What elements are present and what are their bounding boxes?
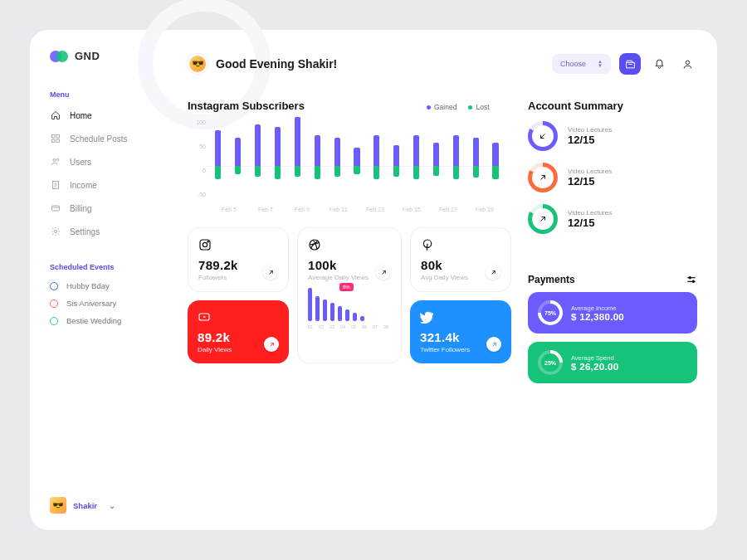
nav-label: Settings <box>70 227 100 236</box>
users-icon <box>50 156 61 168</box>
summary-value: 12/15 <box>568 134 612 146</box>
svg-point-10 <box>689 277 691 279</box>
chart-legend: Gained Lost <box>427 103 490 111</box>
stat-card-twitter[interactable]: 321.4k Twitter Followers <box>410 300 511 363</box>
sidebar-item-home[interactable]: Home <box>50 107 171 124</box>
summary-label: Video Lectures <box>568 168 612 175</box>
expand-icon[interactable] <box>376 265 391 280</box>
stat-card-instagram[interactable]: 789.2k Followers <box>188 227 289 292</box>
avatar-icon[interactable]: 😎 <box>188 54 208 74</box>
gear-icon <box>50 226 61 237</box>
payment-value: $ 26,20.00 <box>571 362 618 372</box>
payment-card-spend[interactable]: 25% Average Spend$ 26,20.00 <box>528 342 697 383</box>
sidebar-item-schedule[interactable]: Schedule Posts <box>50 130 171 147</box>
dribbble-icon <box>308 238 321 251</box>
stat-card-pinterest[interactable]: 80k Avg Daily Views <box>410 227 511 292</box>
account-button[interactable] <box>677 54 697 74</box>
svg-rect-3 <box>56 139 60 143</box>
event-item[interactable]: Bestie Wedding <box>50 316 171 325</box>
expand-icon[interactable] <box>263 265 278 280</box>
nav-label: Home <box>70 111 92 120</box>
select-chevron-icon: ▲▼ <box>598 60 603 68</box>
chart-bars <box>211 119 503 197</box>
compose-button[interactable] <box>619 53 641 75</box>
summary-row[interactable]: Video Lectures12/15 <box>528 163 694 192</box>
chevron-down-icon: ⌄ <box>109 501 115 510</box>
select-label: Choose <box>560 60 586 68</box>
sidebar-item-income[interactable]: Income <box>50 177 171 193</box>
instagram-icon <box>198 238 212 251</box>
profile-name: Shakir <box>73 501 97 510</box>
stats-grid: 789.2k Followers 100k Average Daily View… <box>188 227 511 363</box>
progress-ring-icon <box>528 163 558 192</box>
account-summary: Video Lectures12/15 Video Lectures12/15 … <box>528 121 694 234</box>
svg-point-4 <box>53 159 56 162</box>
chart-title: Instagram Subscribers <box>188 100 305 112</box>
svg-point-14 <box>208 241 208 242</box>
pinterest-icon <box>421 238 434 251</box>
expand-icon[interactable] <box>486 337 501 352</box>
summary-value: 12/15 <box>568 175 612 187</box>
event-label: Sis Aniversary <box>66 299 116 308</box>
event-label: Bestie Wedding <box>66 316 121 325</box>
svg-point-11 <box>692 280 694 282</box>
notifications-button[interactable] <box>649 54 669 74</box>
svg-rect-7 <box>52 206 60 211</box>
svg-rect-2 <box>52 139 56 143</box>
progress-ring-icon <box>528 204 558 234</box>
stat-card-youtube[interactable]: 89.2k Daily Views <box>188 300 289 363</box>
brand-logo[interactable]: GND <box>50 50 171 62</box>
filter-select[interactable]: Choose ▲▼ <box>552 54 611 74</box>
trend-badge: 8% <box>339 283 354 291</box>
brand-name: GND <box>75 50 100 62</box>
chart-x-axis: Feb 5Feb 7Feb 9Feb 11Feb 13Feb 15Feb 17F… <box>211 207 503 212</box>
nav-label: Billing <box>70 204 92 213</box>
sidebar-item-billing[interactable]: Billing <box>50 200 171 217</box>
nav-label: Schedule Posts <box>70 134 128 144</box>
filter-sliders-button[interactable] <box>686 274 697 289</box>
expand-icon[interactable] <box>264 337 279 352</box>
svg-rect-1 <box>56 135 60 139</box>
card-icon <box>50 202 61 214</box>
pct-ring-icon: 75% <box>538 300 563 325</box>
logo-mark-icon <box>50 51 68 62</box>
svg-point-13 <box>203 242 207 246</box>
svg-point-5 <box>56 158 59 161</box>
event-item[interactable]: Hubby Bday <box>50 281 171 290</box>
summary-row[interactable]: Video Lectures12/15 <box>528 121 694 151</box>
grid-icon <box>50 133 61 144</box>
header: 😎 Good Evening Shakir! Choose ▲▼ <box>188 50 697 78</box>
payments-cards: 75% Average Income$ 12,380.00 25% Averag… <box>528 292 697 383</box>
sidebar-item-users[interactable]: Users <box>50 153 171 170</box>
receipt-icon <box>50 179 61 191</box>
events-heading: Scheduled Events <box>50 263 171 271</box>
event-dot-icon <box>50 299 58 308</box>
summary-title: Account Summary <box>528 100 623 112</box>
progress-ring-icon <box>528 121 558 151</box>
event-dot-icon <box>50 282 58 290</box>
home-icon <box>50 110 61 121</box>
svg-point-8 <box>55 231 57 233</box>
expand-icon[interactable] <box>486 265 500 280</box>
mini-x-axis: 0102030405060708 <box>308 324 391 329</box>
nav-label: Income <box>70 181 97 190</box>
sidebar-item-settings[interactable]: Settings <box>50 223 171 240</box>
summary-row[interactable]: Video Lectures12/15 <box>528 204 694 234</box>
payment-label: Average Spend <box>571 354 618 362</box>
summary-value: 12/15 <box>568 217 612 229</box>
avatar-sm-icon: 😎 <box>50 497 66 514</box>
svg-point-9 <box>686 61 689 64</box>
event-dot-icon <box>50 317 58 325</box>
payment-card-income[interactable]: 75% Average Income$ 12,380.00 <box>528 292 697 334</box>
profile-switcher[interactable]: 😎 Shakir ⌄ <box>50 497 115 514</box>
summary-label: Video Lectures <box>568 209 612 217</box>
mini-bar-chart: 8% <box>308 286 391 321</box>
subscribers-chart: 100500-50 Feb 5Feb 7Feb 9Feb 11Feb 13Feb… <box>188 113 503 212</box>
event-item[interactable]: Sis Aniversary <box>50 299 171 308</box>
greeting-text: Good Evening Shakir! <box>216 57 337 71</box>
nav-label: Users <box>70 158 91 167</box>
chart-y-axis: 100500-50 <box>188 119 206 197</box>
stat-card-dribbble[interactable]: 100k Average Daily Views 8% 010203040506… <box>297 227 402 363</box>
youtube-icon <box>198 310 211 324</box>
payment-label: Average Income <box>571 304 624 312</box>
